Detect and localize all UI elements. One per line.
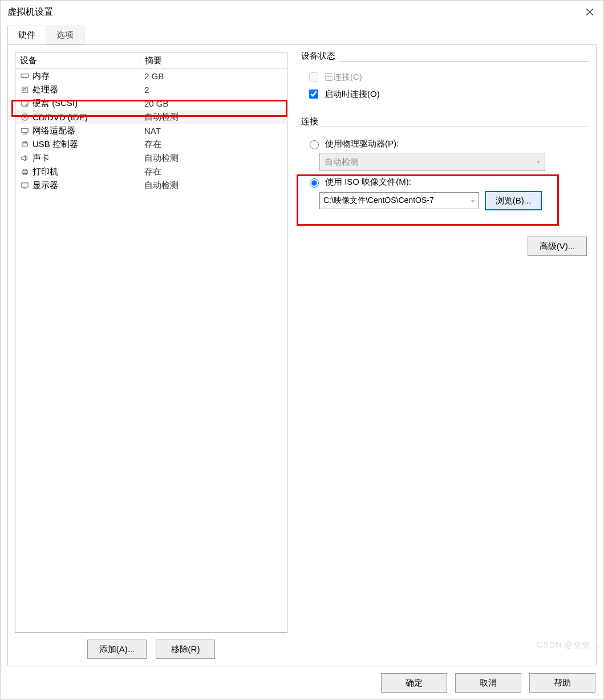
window-title: 虚拟机设置 bbox=[7, 6, 53, 18]
chevron-down-icon: ▾ bbox=[537, 158, 540, 166]
svg-rect-11 bbox=[23, 169, 26, 170]
group-label-status: 设备状态 bbox=[299, 51, 338, 62]
add-button[interactable]: 添加(A)... bbox=[87, 640, 147, 659]
tabs: 硬件 选项 bbox=[1, 26, 603, 45]
group-device-status: 设备状态 已连接(C) 启动时连接(O) bbox=[299, 52, 589, 107]
usb-icon bbox=[20, 140, 29, 148]
svg-rect-1 bbox=[22, 87, 27, 92]
device-row-cddvd[interactable]: CD/DVD (IDE) 自动检测 bbox=[15, 110, 287, 124]
browse-button[interactable]: 浏览(B)... bbox=[485, 191, 542, 210]
tab-panel: 设备 摘要 内存 2 GB 处理器 2 硬盘 (SCSI) 20 GB CD/D… bbox=[7, 44, 597, 666]
svg-rect-7 bbox=[22, 143, 27, 146]
network-icon bbox=[20, 127, 29, 135]
svg-rect-9 bbox=[25, 141, 26, 143]
help-button[interactable]: 帮助 bbox=[529, 673, 595, 693]
radio-iso-input[interactable] bbox=[310, 178, 319, 188]
remove-button[interactable]: 移除(R) bbox=[156, 640, 215, 659]
device-table: 设备 摘要 内存 2 GB 处理器 2 硬盘 (SCSI) 20 GB CD/D… bbox=[15, 52, 287, 633]
iso-path-input[interactable] bbox=[319, 192, 479, 209]
combo-physical-drive: 自动检测 ▾ bbox=[319, 153, 545, 171]
cpu-icon bbox=[20, 86, 29, 93]
device-row-disk[interactable]: 硬盘 (SCSI) 20 GB bbox=[15, 96, 287, 110]
sound-icon bbox=[20, 154, 29, 162]
checkbox-connected: 已连接(C) bbox=[307, 71, 587, 83]
checkbox-connected-input bbox=[309, 72, 318, 82]
svg-point-5 bbox=[24, 116, 26, 118]
svg-rect-8 bbox=[23, 141, 24, 143]
svg-rect-13 bbox=[21, 182, 27, 187]
header-summary: 摘要 bbox=[140, 55, 287, 66]
advanced-button[interactable]: 高级(V)... bbox=[528, 237, 587, 256]
display-icon bbox=[20, 181, 29, 189]
memory-icon bbox=[20, 72, 29, 80]
device-row-memory[interactable]: 内存 2 GB bbox=[15, 69, 287, 83]
chevron-down-icon[interactable]: ⌄ bbox=[470, 196, 476, 204]
tab-options[interactable]: 选项 bbox=[46, 26, 84, 44]
svg-point-4 bbox=[21, 113, 27, 120]
device-row-cpu[interactable]: 处理器 2 bbox=[15, 83, 287, 96]
group-connection: 连接 使用物理驱动器(P): 自动检测 ▾ 使用 ISO 映像文件(M): bbox=[299, 117, 589, 216]
device-row-sound[interactable]: 声卡 自动检测 bbox=[15, 151, 287, 165]
checkbox-connect-at-poweron[interactable]: 启动时连接(O) bbox=[307, 88, 587, 100]
printer-icon bbox=[20, 168, 29, 176]
radio-use-iso[interactable]: 使用 ISO 映像文件(M): bbox=[307, 177, 587, 188]
checkbox-poweron-input[interactable] bbox=[309, 89, 318, 99]
vm-settings-window: 虚拟机设置 硬件 选项 设备 摘要 内存 2 GB 处理器 2 bbox=[0, 0, 604, 700]
cd-icon bbox=[20, 113, 29, 121]
left-pane: 设备 摘要 内存 2 GB 处理器 2 硬盘 (SCSI) 20 GB CD/D… bbox=[15, 52, 287, 659]
cancel-button[interactable]: 取消 bbox=[455, 673, 521, 693]
titlebar: 虚拟机设置 bbox=[1, 1, 603, 23]
right-pane: 设备状态 已连接(C) 启动时连接(O) 连接 bbox=[299, 52, 589, 659]
radio-use-physical[interactable]: 使用物理驱动器(P): bbox=[307, 139, 587, 149]
header-device: 设备 bbox=[15, 52, 140, 68]
svg-rect-0 bbox=[21, 74, 28, 77]
svg-point-3 bbox=[26, 104, 27, 105]
device-row-display[interactable]: 显示器 自动检测 bbox=[15, 178, 287, 192]
disk-icon bbox=[20, 99, 29, 107]
svg-rect-2 bbox=[23, 88, 26, 91]
close-button[interactable] bbox=[576, 1, 603, 23]
device-row-printer[interactable]: 打印机 存在 bbox=[15, 165, 287, 178]
tab-hardware[interactable]: 硬件 bbox=[7, 26, 46, 44]
device-row-usb[interactable]: USB 控制器 存在 bbox=[15, 137, 287, 151]
device-table-header: 设备 摘要 bbox=[15, 52, 287, 69]
ok-button[interactable]: 确定 bbox=[381, 673, 447, 693]
group-label-connection: 连接 bbox=[299, 116, 321, 127]
footer: 确定 取消 帮助 bbox=[1, 666, 603, 699]
radio-physical-input[interactable] bbox=[310, 140, 319, 149]
device-row-network[interactable]: 网络适配器 NAT bbox=[15, 124, 287, 137]
left-buttons: 添加(A)... 移除(R) bbox=[15, 640, 287, 659]
svg-rect-6 bbox=[21, 128, 27, 132]
